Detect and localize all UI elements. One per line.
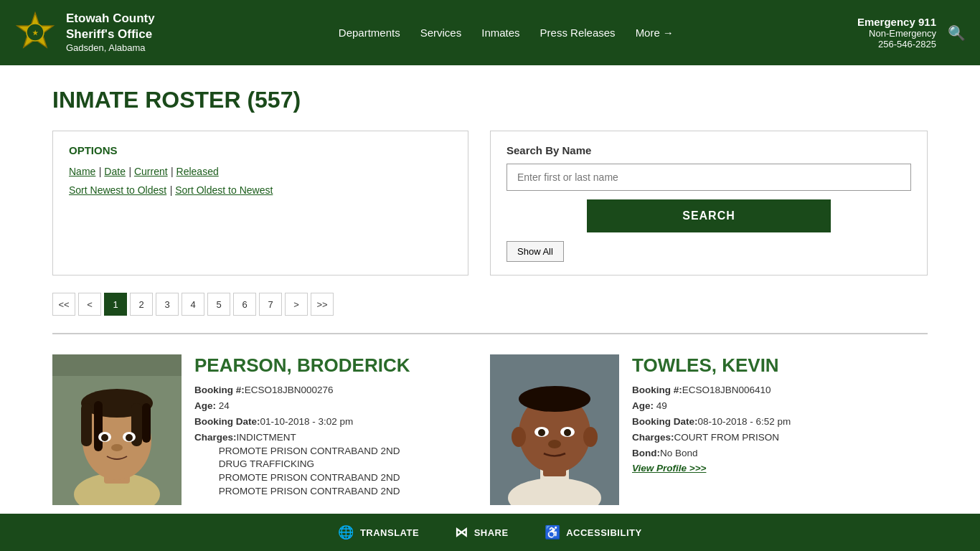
inmate-photo-pearson: 8 17:13:45 [52, 354, 182, 505]
footer-translate[interactable]: 🌐 TRANSLATE [338, 524, 419, 540]
svg-point-30 [548, 440, 561, 448]
svg-rect-9 [81, 403, 92, 446]
footer-bar: 🌐 TRANSLATE ⋈ SHARE ♿ ACCESSIBILITY [0, 514, 980, 540]
charges-towles: Charges:COURT FROM PRISON [632, 431, 920, 445]
age-pearson: Age: 24 [194, 400, 483, 413]
booking-date-towles: Booking Date:08-10-2018 - 6:52 pm [632, 415, 920, 429]
share-icon: ⋈ [455, 524, 468, 540]
page-1[interactable]: 1 [104, 293, 127, 316]
svg-point-17 [111, 444, 123, 451]
pagination: << < 1 2 3 4 5 6 7 > >> [52, 293, 928, 316]
footer-accessibility[interactable]: ♿ ACCESSIBILITY [545, 524, 642, 540]
search-button[interactable]: SEARCH [587, 199, 831, 232]
options-search-row: OPTIONS Name | Date | Current | Released… [52, 131, 928, 276]
svg-rect-12 [142, 403, 151, 443]
booking-num-towles: Booking #:ECSO18JBN006410 [632, 384, 920, 397]
view-profile-towles[interactable]: View Profile >>> [632, 462, 920, 476]
footer-share[interactable]: ⋈ SHARE [455, 524, 509, 540]
org-name: Etowah County [66, 11, 155, 27]
nav-more[interactable]: More → [636, 27, 674, 39]
svg-rect-10 [94, 401, 103, 451]
page-5[interactable]: 5 [207, 293, 230, 316]
sort-oldest-link[interactable]: Sort Oldest to Newest [175, 184, 273, 196]
inmate-photo-towles: 8 20:14:59 [490, 354, 619, 505]
inmate-info-towles: TOWLES, KEVIN Booking #:ECSO18JBN006410 … [632, 354, 920, 505]
svg-point-16 [126, 434, 133, 441]
page-last[interactable]: >> [311, 293, 334, 316]
header-search-button[interactable]: 🔍 [948, 24, 966, 42]
age-towles: Age: 49 [632, 400, 920, 413]
sort-newest-link[interactable]: Sort Newest to Oldest [69, 184, 166, 196]
filter-name-link[interactable]: Name [69, 166, 95, 177]
nav-inmates[interactable]: Inmates [481, 27, 519, 39]
svg-point-24 [512, 427, 526, 447]
svg-point-15 [101, 434, 108, 441]
inmate-card-pearson: 8 17:13:45 [52, 342, 490, 518]
inmate-name-pearson: PEARSON, BRODERICK [194, 354, 483, 377]
org-sub: Sheriff's Office [66, 27, 155, 42]
svg-point-29 [564, 429, 571, 436]
options-panel: OPTIONS Name | Date | Current | Released… [52, 131, 468, 276]
non-emergency-label: Non-Emergency [857, 28, 936, 39]
accessibility-icon: ♿ [545, 524, 561, 540]
view-profile-link-towles[interactable]: View Profile >>> [632, 463, 706, 474]
inmate-info-pearson: PEARSON, BRODERICK Booking #:ECSO18JBN00… [194, 354, 483, 505]
booking-date-pearson: Booking Date:01-10-2018 - 3:02 pm [194, 415, 483, 429]
page-first[interactable]: << [52, 293, 75, 316]
inmate-name-towles: TOWLES, KEVIN [632, 354, 920, 377]
filter-current-link[interactable]: Current [134, 166, 168, 177]
svg-point-28 [538, 429, 545, 436]
search-label: Search By Name [507, 144, 911, 156]
header-title-block: Etowah County Sheriff's Office Gadsden, … [66, 11, 155, 55]
page-4[interactable]: 4 [182, 293, 204, 316]
page-2[interactable]: 2 [130, 293, 153, 316]
page-6[interactable]: 6 [233, 293, 256, 316]
nav-departments[interactable]: Departments [339, 27, 400, 39]
svg-text:★: ★ [32, 29, 39, 37]
emergency-title: Emergency 911 [857, 16, 936, 28]
translate-label: TRANSLATE [360, 527, 419, 538]
page-prev[interactable]: < [78, 293, 101, 316]
page-3[interactable]: 3 [156, 293, 179, 316]
share-label: SHARE [474, 527, 509, 538]
page-7[interactable]: 7 [259, 293, 282, 316]
site-header: ★ Etowah County Sheriff's Office Gadsden… [0, 0, 980, 65]
svg-point-25 [583, 427, 598, 447]
search-input[interactable] [507, 164, 911, 191]
arrow-right-icon: → [663, 27, 674, 39]
charges-pearson: Charges:INDICTMENT PROMOTE PRISON CONTRA… [194, 431, 483, 499]
nav-press-releases[interactable]: Press Releases [540, 27, 616, 39]
org-location: Gadsden, Alabama [66, 42, 155, 55]
globe-icon: 🌐 [338, 524, 354, 540]
options-filter-links: Name | Date | Current | Released [69, 165, 452, 178]
svg-rect-4 [52, 354, 182, 376]
face-svg-pearson [52, 354, 182, 505]
emergency-info: Emergency 911 Non-Emergency 256-546-2825 [857, 16, 936, 50]
accessibility-label: ACCESSIBILITY [566, 527, 641, 538]
svg-point-23 [519, 386, 590, 412]
sheriff-star-logo: ★ [14, 11, 56, 53]
header-logo-area: ★ Etowah County Sheriff's Office Gadsden… [14, 11, 155, 55]
page-next[interactable]: > [285, 293, 308, 316]
main-content: INMATE ROSTER (557) OPTIONS Name | Date … [24, 65, 956, 540]
nav-services[interactable]: Services [420, 27, 462, 39]
bond-towles: Bond:No Bond [632, 447, 920, 461]
header-right: Emergency 911 Non-Emergency 256-546-2825… [857, 16, 966, 50]
sort-links: Sort Newest to Oldest | Sort Oldest to N… [69, 184, 452, 197]
filter-date-link[interactable]: Date [104, 166, 126, 177]
search-panel: Search By Name SEARCH Show All [490, 131, 928, 276]
non-emergency-phone: 256-546-2825 [857, 39, 936, 50]
options-heading: OPTIONS [69, 144, 452, 156]
main-nav: Departments Services Inmates Press Relea… [155, 27, 857, 39]
face-svg-towles [490, 354, 619, 505]
inmate-card-towles: 8 20:14:59 [490, 342, 928, 518]
show-all-button[interactable]: Show All [507, 241, 564, 262]
booking-num-pearson: Booking #:ECSO18JBN000276 [194, 384, 483, 397]
page-title: INMATE ROSTER (557) [52, 87, 928, 113]
inmate-list: 8 17:13:45 [52, 333, 928, 518]
filter-released-link[interactable]: Released [176, 166, 219, 177]
